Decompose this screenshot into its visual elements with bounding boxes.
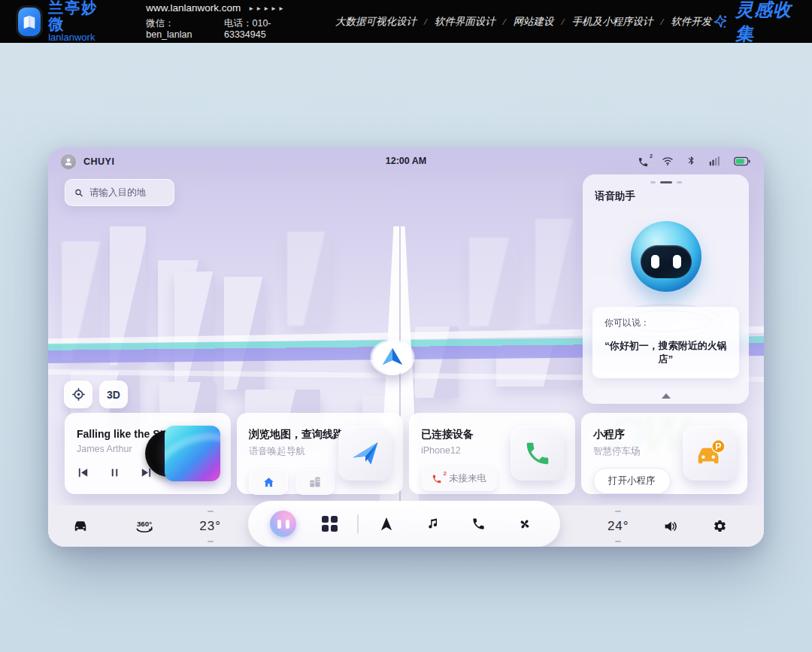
passenger-temperature-control[interactable]: 24° (607, 519, 629, 534)
navigation-card[interactable]: 浏览地图，查询线路 语音唤起导航 (237, 413, 403, 494)
phone-app-icon[interactable] (456, 517, 502, 531)
wechat-contact: 微信：ben_lanlan (146, 18, 205, 41)
missed-call-label: 未接来电 (449, 472, 486, 485)
settings-gear-icon[interactable] (713, 519, 727, 533)
paper-plane-icon (349, 437, 382, 470)
bottom-dock: 360° 23° (48, 505, 764, 547)
climate-fan-icon[interactable] (502, 517, 549, 532)
service-item: 软件界面设计 (435, 15, 495, 29)
parking-car-icon: P (692, 438, 727, 469)
phone-tile[interactable] (511, 426, 565, 481)
home-icon (262, 476, 275, 489)
parking-tile[interactable]: P (683, 426, 737, 481)
dock-divider (357, 514, 359, 534)
locate-button[interactable] (64, 381, 92, 408)
service-item: 手机及小程序设计 (571, 15, 653, 29)
brand-logo[interactable]: 兰亭妙微 lanlanwork (0, 0, 101, 44)
logo-icon (18, 8, 41, 36)
svg-text:360°: 360° (137, 520, 152, 528)
call-badge: 2 (650, 153, 653, 159)
sparkle-icon (711, 11, 729, 33)
panel-collapse-arrow[interactable] (662, 393, 671, 399)
connected-device-card[interactable]: 已连接设备 iPhone12 2 未接来电 (409, 413, 575, 494)
clock-label: 12:00 AM (48, 156, 764, 166)
go-work-button[interactable] (295, 469, 335, 495)
music-app-icon[interactable] (410, 517, 456, 531)
site-header: 兰亭妙微 lanlanwork www.lanlanwork.com ►►►►►… (0, 0, 812, 43)
service-item: 软件开发 (671, 15, 711, 29)
navigation-arrow-icon (380, 347, 405, 368)
arrows-decoration: ►►►►► (248, 5, 286, 13)
office-building-icon (308, 476, 322, 488)
assistant-robot-avatar[interactable] (631, 221, 701, 292)
voice-assistant-orb[interactable] (270, 511, 296, 537)
collect-label: 灵感收集 (735, 0, 795, 46)
svg-text:P: P (715, 441, 721, 452)
album-art (165, 426, 220, 481)
voice-suggestion-box: 你可以说： “你好初一，搜索附近的火锅店” (592, 307, 739, 378)
phone-contact: 电话：010-63334945 (224, 18, 294, 41)
go-home-button[interactable] (249, 469, 288, 495)
service-item: 大数据可视化设计 (335, 15, 417, 29)
website-url: www.lanlanwork.com (146, 2, 241, 14)
car-infotainment-window: OW CHUYI 12:00 AM 2 (48, 147, 764, 547)
start-navigation-tile[interactable] (338, 426, 392, 481)
music-player-card[interactable]: Falling like the Stars James Arthur (65, 413, 231, 494)
voice-assistant-panel[interactable]: 语音助手 你可以说： “你好初一，搜索附近的火锅店” (583, 174, 749, 404)
inspiration-collect-link[interactable]: 灵感收集 (711, 0, 795, 46)
locate-icon (71, 387, 86, 402)
brand-name-en: lanlanwork (48, 32, 101, 43)
voice-hint-quote: “你好初一，搜索附近的火锅店” (600, 339, 732, 366)
phone-handset-icon (523, 439, 552, 468)
car-settings-icon[interactable] (72, 520, 89, 533)
service-item: 网站建设 (514, 15, 554, 29)
apps-grid-icon[interactable] (322, 516, 338, 532)
voice-panel-title: 语音助手 (595, 190, 635, 203)
brand-name-cn: 兰亭妙微 (48, 0, 101, 32)
miniapp-card[interactable]: 小程序 智慧停车场 打开小程序 P (581, 413, 747, 494)
search-icon (74, 187, 83, 199)
missed-call-button[interactable]: 2 未接来电 (421, 466, 497, 491)
pause-icon[interactable] (109, 466, 120, 479)
robot-visor (641, 245, 692, 278)
open-miniapp-button[interactable]: 打开小程序 (593, 468, 671, 494)
voice-hint-label: 你可以说： (600, 317, 732, 329)
map-3d-toggle[interactable]: 3D (99, 381, 128, 408)
volume-icon[interactable] (663, 520, 678, 533)
dock-center-pill (248, 501, 560, 547)
rotate-360-icon[interactable]: 360° (133, 518, 156, 535)
current-location-marker (370, 339, 415, 375)
driver-temperature-control[interactable]: 23° (199, 519, 221, 534)
contact-block: www.lanlanwork.com ►►►►► 微信：ben_lanlan 电… (146, 2, 294, 40)
missed-call-icon: 2 (432, 474, 442, 484)
services-list: 大数据可视化设计 / 软件界面设计 / 网站建设 / 手机及小程序设计 / 软件… (335, 15, 711, 29)
previous-track-icon[interactable] (77, 466, 89, 479)
navigation-app-icon[interactable] (363, 517, 410, 532)
destination-search[interactable] (65, 179, 174, 206)
panel-handle[interactable] (650, 181, 682, 183)
phone-status-icon: 2 (638, 156, 649, 168)
search-input[interactable] (89, 187, 165, 198)
